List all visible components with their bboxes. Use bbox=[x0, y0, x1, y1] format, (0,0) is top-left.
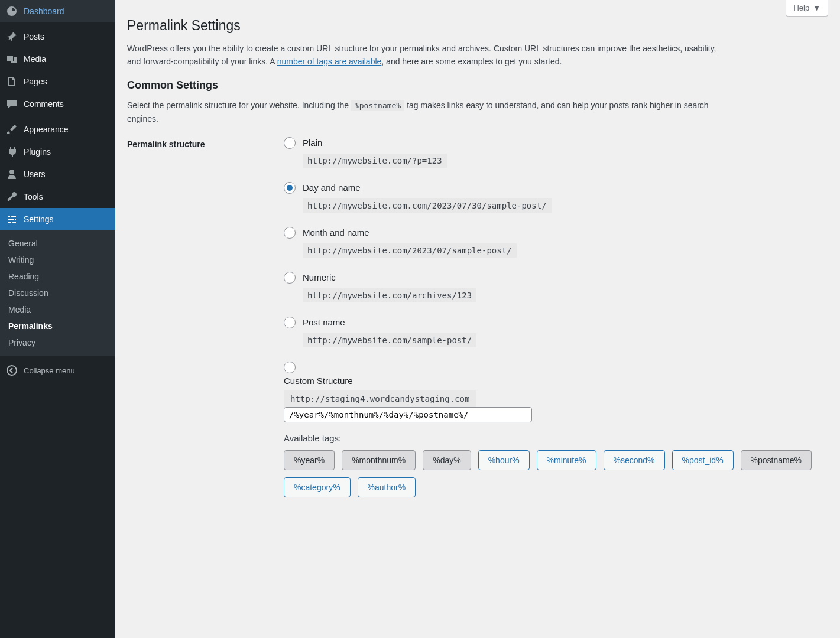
option-example: http://mywebsite.com/?p=123 bbox=[303, 154, 447, 168]
option-day-name: Day and name http://mywebsite.com.com/20… bbox=[284, 182, 828, 213]
sidebar-item-label: Media bbox=[24, 54, 46, 64]
option-example: http://mywebsite.com/archives/123 bbox=[303, 288, 476, 302]
tag-second[interactable]: %second% bbox=[604, 450, 665, 470]
tag-year[interactable]: %year% bbox=[284, 450, 335, 470]
available-tags-label: Available tags: bbox=[284, 433, 828, 443]
sidebar-item-label: Posts bbox=[24, 32, 44, 41]
sidebar-item-media[interactable]: Media bbox=[0, 48, 115, 70]
option-example: http://mywebsite.com.com/2023/07/30/samp… bbox=[303, 198, 552, 213]
custom-label: Custom Structure bbox=[284, 376, 828, 386]
option-label: Day and name bbox=[303, 183, 361, 193]
collapse-menu[interactable]: Collapse menu bbox=[0, 359, 115, 382]
tags-link[interactable]: number of tags are available bbox=[277, 57, 382, 66]
section-desc: Select the permalink structure for your … bbox=[127, 99, 718, 125]
option-label: Numeric bbox=[303, 272, 336, 282]
custom-prefix: http://staging4.wordcandystaging.com bbox=[284, 390, 476, 407]
tag-minute[interactable]: %minute% bbox=[537, 450, 596, 470]
submenu-permalinks[interactable]: Permalinks bbox=[0, 318, 115, 334]
sidebar-item-posts[interactable]: Posts bbox=[0, 25, 115, 48]
sidebar-item-dashboard[interactable]: Dashboard bbox=[0, 0, 115, 22]
sidebar-item-label: Tools bbox=[24, 192, 43, 201]
option-example: http://mywebsite.com/sample-post/ bbox=[303, 333, 476, 347]
radio-day-name[interactable] bbox=[284, 182, 296, 194]
structure-label: Permalink structure bbox=[127, 137, 284, 512]
svg-point-0 bbox=[7, 366, 17, 375]
radio-custom[interactable] bbox=[284, 362, 296, 373]
collapse-icon bbox=[6, 364, 18, 376]
intro-text: WordPress offers you the ability to crea… bbox=[127, 42, 718, 69]
postname-code: %postname% bbox=[351, 100, 404, 111]
wrench-icon bbox=[6, 191, 18, 203]
tag-hour[interactable]: %hour% bbox=[478, 450, 530, 470]
section-title: Common Settings bbox=[127, 79, 828, 92]
sidebar-item-settings[interactable]: Settings bbox=[0, 208, 115, 230]
sidebar-item-label: Comments bbox=[24, 99, 64, 109]
sidebar-item-label: Settings bbox=[24, 214, 54, 224]
sidebar-item-label: Dashboard bbox=[24, 6, 64, 16]
sidebar-item-label: Users bbox=[24, 170, 46, 179]
pages-icon bbox=[6, 76, 18, 87]
sidebar-item-pages[interactable]: Pages bbox=[0, 70, 115, 93]
tag-monthnum[interactable]: %monthnum% bbox=[342, 450, 416, 470]
option-label: Plain bbox=[303, 138, 322, 148]
available-tags: %year% %monthnum% %day% %hour% %minute% … bbox=[284, 450, 828, 497]
help-label: Help bbox=[793, 4, 809, 12]
settings-submenu: General Writing Reading Discussion Media… bbox=[0, 230, 115, 356]
submenu-discussion[interactable]: Discussion bbox=[0, 285, 115, 301]
option-post-name: Post name http://mywebsite.com/sample-po… bbox=[284, 317, 828, 347]
sliders-icon bbox=[6, 213, 18, 225]
option-month-name: Month and name http://mywebsite.com/2023… bbox=[284, 227, 828, 258]
plug-icon bbox=[6, 146, 18, 158]
submenu-writing[interactable]: Writing bbox=[0, 252, 115, 268]
user-icon bbox=[6, 168, 18, 180]
sidebar-item-plugins[interactable]: Plugins bbox=[0, 141, 115, 163]
option-example: http://mywebsite.com/2023/07/sample-post… bbox=[303, 243, 517, 258]
radio-post-name[interactable] bbox=[284, 317, 296, 328]
page-title: Permalink Settings bbox=[127, 18, 828, 34]
sidebar-item-appearance[interactable]: Appearance bbox=[0, 118, 115, 141]
sidebar-item-users[interactable]: Users bbox=[0, 163, 115, 185]
main-content: Help ▼ Permalink Settings WordPress offe… bbox=[115, 0, 840, 638]
sidebar-item-tools[interactable]: Tools bbox=[0, 185, 115, 208]
help-tab[interactable]: Help ▼ bbox=[786, 0, 828, 17]
option-label: Month and name bbox=[303, 227, 369, 237]
pin-icon bbox=[6, 31, 18, 43]
sidebar-item-label: Plugins bbox=[24, 147, 51, 157]
brush-icon bbox=[6, 123, 18, 135]
submenu-general[interactable]: General bbox=[0, 235, 115, 252]
sidebar-item-comments[interactable]: Comments bbox=[0, 93, 115, 115]
tag-day[interactable]: %day% bbox=[423, 450, 471, 470]
radio-plain[interactable] bbox=[284, 137, 296, 149]
option-custom: Custom Structure http://staging4.wordcan… bbox=[284, 362, 828, 497]
dashboard-icon bbox=[6, 5, 18, 17]
custom-structure-input[interactable] bbox=[284, 407, 532, 422]
option-numeric: Numeric http://mywebsite.com/archives/12… bbox=[284, 272, 828, 302]
sidebar-item-label: Appearance bbox=[24, 125, 69, 134]
radio-numeric[interactable] bbox=[284, 272, 296, 284]
collapse-label: Collapse menu bbox=[24, 366, 75, 375]
sidebar-item-label: Pages bbox=[24, 77, 47, 86]
submenu-reading[interactable]: Reading bbox=[0, 268, 115, 285]
option-label: Post name bbox=[303, 317, 345, 327]
admin-sidebar: Dashboard Posts Media Pages Comments App… bbox=[0, 0, 115, 638]
comments-icon bbox=[6, 98, 18, 110]
media-icon bbox=[6, 53, 18, 65]
tag-author[interactable]: %author% bbox=[358, 477, 416, 497]
tag-category[interactable]: %category% bbox=[284, 477, 351, 497]
option-plain: Plain http://mywebsite.com/?p=123 bbox=[284, 137, 828, 168]
tag-postname[interactable]: %postname% bbox=[741, 450, 812, 470]
submenu-media[interactable]: Media bbox=[0, 301, 115, 318]
radio-month-name[interactable] bbox=[284, 227, 296, 239]
submenu-privacy[interactable]: Privacy bbox=[0, 334, 115, 351]
tag-post-id[interactable]: %post_id% bbox=[672, 450, 734, 470]
chevron-down-icon: ▼ bbox=[813, 4, 820, 12]
